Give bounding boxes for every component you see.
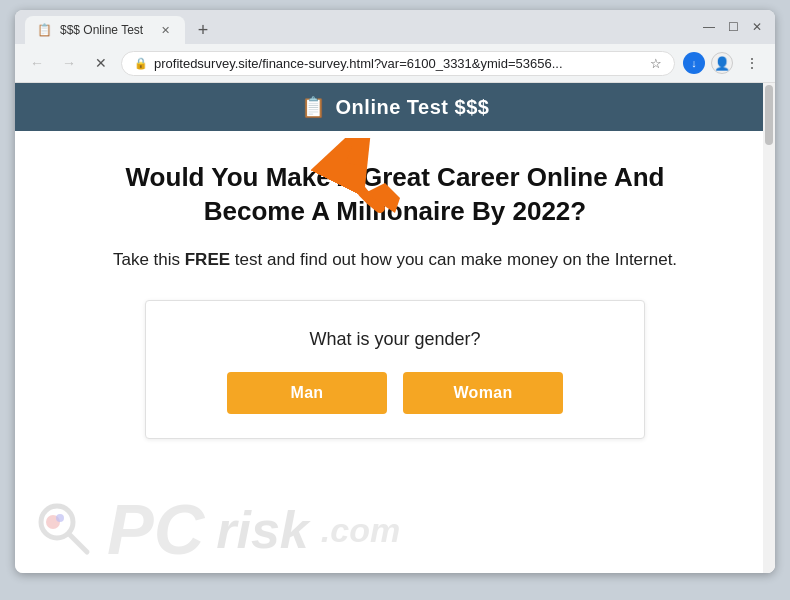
maximize-button[interactable]: ☐	[725, 19, 741, 35]
toolbar-icons: ↓ 👤 ⋮	[683, 50, 765, 76]
new-tab-button[interactable]: +	[189, 16, 217, 44]
subtext-rest: test and find out how you can make money…	[230, 250, 677, 269]
window-close-button[interactable]: ✕	[749, 19, 765, 35]
main-headline: Would You Make A Great Career Online And…	[75, 161, 715, 229]
title-bar: 📋 $$$ Online Test ✕ + — ☐ ✕	[15, 10, 775, 44]
gender-buttons: Man Woman	[166, 372, 624, 414]
woman-button[interactable]: Woman	[403, 372, 563, 414]
subtext-plain: Take this	[113, 250, 185, 269]
survey-card: What is your gender? Man Woman	[145, 300, 645, 439]
profile-button[interactable]: 👤	[711, 52, 733, 74]
watermark-pc: PC	[107, 495, 204, 565]
menu-button[interactable]: ⋮	[739, 50, 765, 76]
main-content: Would You Make A Great Career Online And…	[15, 131, 775, 459]
download-icon: ↓	[691, 57, 697, 69]
url-text: profitedsurvey.site/finance-survey.html?…	[154, 56, 644, 71]
bookmark-icon[interactable]: ☆	[650, 56, 662, 71]
browser-window: 📋 $$$ Online Test ✕ + — ☐ ✕ ← → ✕ 🔒 prof…	[15, 10, 775, 573]
svg-line-6	[69, 534, 87, 552]
watermark-risk: risk	[216, 504, 309, 556]
man-button[interactable]: Man	[227, 372, 387, 414]
scrollbar-thumb[interactable]	[765, 85, 773, 145]
profile-icon: 👤	[714, 56, 730, 71]
forward-button[interactable]: →	[57, 51, 81, 75]
site-header: 📋 Online Test $$$	[15, 83, 775, 131]
watermark-com: .com	[321, 513, 400, 547]
tab-favicon-icon: 📋	[37, 23, 52, 37]
svg-point-5	[56, 514, 64, 522]
pcrisk-logo-icon	[35, 500, 95, 560]
scrollbar[interactable]	[763, 83, 775, 573]
main-subtext: Take this FREE test and find out how you…	[75, 247, 715, 273]
site-header-title: Online Test $$$	[336, 96, 490, 119]
watermark: PC risk .com	[15, 487, 775, 573]
lock-icon: 🔒	[134, 57, 148, 70]
survey-question: What is your gender?	[166, 329, 624, 350]
tab-title-text: $$$ Online Test	[60, 23, 149, 37]
refresh-button[interactable]: ✕	[89, 51, 113, 75]
minimize-button[interactable]: —	[701, 19, 717, 35]
window-controls: — ☐ ✕	[701, 19, 765, 41]
site-header-icon: 📋	[301, 95, 326, 119]
subtext-bold: FREE	[185, 250, 230, 269]
back-button[interactable]: ←	[25, 51, 49, 75]
browser-tab[interactable]: 📋 $$$ Online Test ✕	[25, 16, 185, 44]
web-content: 📋 Online Test $$$ Would You Make A Great…	[15, 83, 775, 573]
download-button[interactable]: ↓	[683, 52, 705, 74]
tab-close-button[interactable]: ✕	[157, 22, 173, 38]
address-bar[interactable]: 🔒 profitedsurvey.site/finance-survey.htm…	[121, 51, 675, 76]
toolbar: ← → ✕ 🔒 profitedsurvey.site/finance-surv…	[15, 44, 775, 83]
